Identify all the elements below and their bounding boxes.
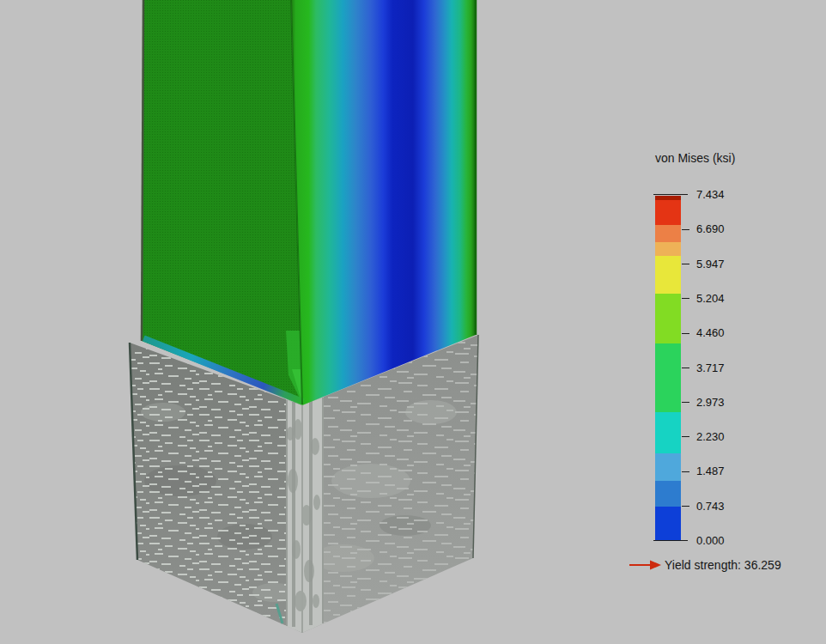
legend-label: 1.487 <box>696 465 725 477</box>
legend-label: 7.434 <box>696 188 725 201</box>
legend-label: 0.743 <box>696 500 725 513</box>
legend-tick <box>682 436 689 437</box>
legend-tick <box>682 333 689 334</box>
yield-strength-label: Yield strength: 36.259 <box>665 558 781 572</box>
legend-tick <box>682 298 689 299</box>
stress-legend[interactable]: von Mises (ksi) 7.434 6.690 5.947 5.204 … <box>629 151 818 606</box>
legend-label: 5.204 <box>696 292 725 305</box>
legend-label: 3.717 <box>696 361 725 374</box>
legend-tick <box>682 368 689 368</box>
legend-label: 2.973 <box>696 396 725 409</box>
legend-label: 5.947 <box>696 258 725 270</box>
legend-title: von Mises (ksi) <box>655 151 735 165</box>
graphics-viewport[interactable]: von Mises (ksi) 7.434 6.690 5.947 5.204 … <box>0 0 826 644</box>
legend-tick <box>682 229 689 230</box>
legend-label: 0.000 <box>696 534 725 547</box>
legend-tick <box>653 194 688 195</box>
yield-strength-arrow-icon <box>629 559 662 571</box>
legend-tick <box>682 471 689 472</box>
legend-label: 2.230 <box>696 430 725 443</box>
legend-label: 6.690 <box>696 222 725 235</box>
legend-tick <box>682 402 689 403</box>
legend-tick <box>682 506 689 507</box>
column-right-face[interactable] <box>291 0 476 405</box>
legend-tick <box>653 540 688 541</box>
legend-tick <box>682 264 689 264</box>
legend-label: 4.460 <box>696 326 725 339</box>
yield-strength-marker: Yield strength: 36.259 <box>629 558 781 572</box>
legend-color-bar[interactable] <box>655 196 681 541</box>
